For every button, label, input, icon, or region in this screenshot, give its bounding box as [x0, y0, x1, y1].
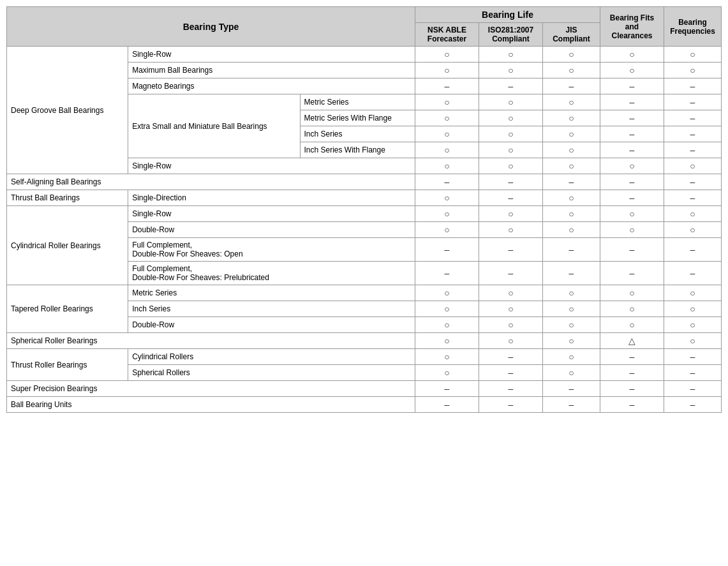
- jis-cell: –: [543, 174, 600, 190]
- freq-cell: –: [664, 190, 722, 206]
- fits-cell: ○: [600, 158, 664, 174]
- fits-cell: △: [600, 333, 664, 349]
- jis-cell: ○: [543, 94, 600, 110]
- jis-cell: ○: [543, 47, 600, 63]
- jis-header: JIS Compliant: [543, 23, 600, 47]
- nsk-cell: –: [415, 397, 479, 413]
- name-cell: Single-Direction: [128, 190, 415, 206]
- freq-cell: –: [664, 94, 722, 110]
- name-cell: Inch Series With Flange: [300, 142, 415, 158]
- jis-cell: ○: [543, 110, 600, 126]
- fits-cell: ○: [600, 63, 664, 78]
- fits-cell: –: [600, 262, 664, 285]
- fits-cell: –: [600, 190, 664, 206]
- iso-cell: –: [479, 238, 543, 262]
- freq-cell: –: [664, 142, 722, 158]
- frequencies-header: Bearing Frequencies: [664, 7, 722, 47]
- freq-cell: ○: [664, 285, 722, 301]
- nsk-cell: –: [415, 381, 479, 397]
- jis-cell: ○: [543, 301, 600, 317]
- fits-cell: ○: [600, 47, 664, 63]
- name-cell: Double-Row: [128, 222, 415, 238]
- freq-cell: ○: [664, 301, 722, 317]
- bearing-life-header: Bearing Life: [415, 7, 600, 23]
- jis-cell: ○: [543, 206, 600, 222]
- jis-cell: ○: [543, 63, 600, 78]
- fits-cell: ○: [600, 301, 664, 317]
- name-cell: Single-Row: [128, 206, 415, 222]
- nsk-cell: ○: [415, 349, 479, 365]
- jis-cell: ○: [543, 349, 600, 365]
- group-cell: Self-Aligning Ball Bearings: [7, 174, 415, 190]
- freq-cell: ○: [664, 63, 722, 78]
- iso-cell: –: [479, 365, 543, 381]
- freq-cell: –: [664, 110, 722, 126]
- nsk-cell: ○: [415, 158, 479, 174]
- iso-cell: ○: [479, 142, 543, 158]
- fits-cell: –: [600, 126, 664, 142]
- fits-cell: –: [600, 238, 664, 262]
- freq-cell: ○: [664, 317, 722, 333]
- jis-cell: ○: [543, 126, 600, 142]
- nsk-cell: ○: [415, 126, 479, 142]
- nsk-cell: ○: [415, 222, 479, 238]
- nsk-cell: –: [415, 262, 479, 285]
- name-cell: Spherical Rollers: [128, 365, 415, 381]
- name-cell: Metric Series: [128, 285, 415, 301]
- freq-cell: ○: [664, 158, 722, 174]
- name-cell: Metric Series With Flange: [300, 110, 415, 126]
- freq-cell: –: [664, 381, 722, 397]
- group-cell: Spherical Roller Bearings: [7, 333, 415, 349]
- iso-cell: ○: [479, 158, 543, 174]
- iso-cell: ○: [479, 317, 543, 333]
- freq-cell: –: [664, 238, 722, 262]
- fits-cell: ○: [600, 222, 664, 238]
- jis-cell: –: [543, 381, 600, 397]
- fits-cell: –: [600, 94, 664, 110]
- freq-cell: –: [664, 365, 722, 381]
- fits-cell: –: [600, 110, 664, 126]
- iso-cell: ○: [479, 301, 543, 317]
- name-cell: Inch Series: [300, 126, 415, 142]
- iso-cell: ○: [479, 126, 543, 142]
- fits-cell: –: [600, 349, 664, 365]
- nsk-cell: –: [415, 174, 479, 190]
- group-cell: Super Precision Bearings: [7, 381, 415, 397]
- group-cell: Thrust Roller Bearings: [7, 349, 128, 381]
- iso-cell: ○: [479, 94, 543, 110]
- jis-cell: –: [543, 397, 600, 413]
- iso-cell: ○: [479, 47, 543, 63]
- group-cell: Deep Groove Ball Bearings: [7, 47, 128, 174]
- group-cell: Thrust Ball Bearings: [7, 190, 128, 206]
- jis-cell: ○: [543, 365, 600, 381]
- iso-cell: –: [479, 174, 543, 190]
- jis-cell: ○: [543, 285, 600, 301]
- freq-cell: –: [664, 78, 722, 94]
- bearing-table: Bearing Type Bearing Life Bearing Fits a…: [6, 6, 722, 413]
- name-cell: Full Complement, Double-Row For Sheaves:…: [128, 238, 415, 262]
- iso-cell: ○: [479, 63, 543, 78]
- nsk-cell: ○: [415, 47, 479, 63]
- name-cell: Magneto Bearings: [128, 78, 415, 94]
- name-cell: Full Complement, Double-Row For Sheaves:…: [128, 262, 415, 285]
- nsk-cell: ○: [415, 190, 479, 206]
- name-cell: Double-Row: [128, 317, 415, 333]
- nsk-cell: –: [415, 78, 479, 94]
- fits-cell: ○: [600, 206, 664, 222]
- name-cell: Cylindrical Rollers: [128, 349, 415, 365]
- iso-cell: ○: [479, 222, 543, 238]
- freq-cell: –: [664, 349, 722, 365]
- name-cell: Maximum Ball Bearings: [128, 63, 415, 78]
- freq-cell: ○: [664, 222, 722, 238]
- name-cell: Single-Row: [128, 47, 415, 63]
- fits-cell: –: [600, 365, 664, 381]
- iso-cell: ○: [479, 285, 543, 301]
- fits-cell: ○: [600, 285, 664, 301]
- fits-cell: ○: [600, 317, 664, 333]
- nsk-cell: ○: [415, 317, 479, 333]
- iso-cell: –: [479, 397, 543, 413]
- nsk-cell: ○: [415, 333, 479, 349]
- iso-cell: ○: [479, 333, 543, 349]
- fits-cell: –: [600, 78, 664, 94]
- iso-cell: –: [479, 78, 543, 94]
